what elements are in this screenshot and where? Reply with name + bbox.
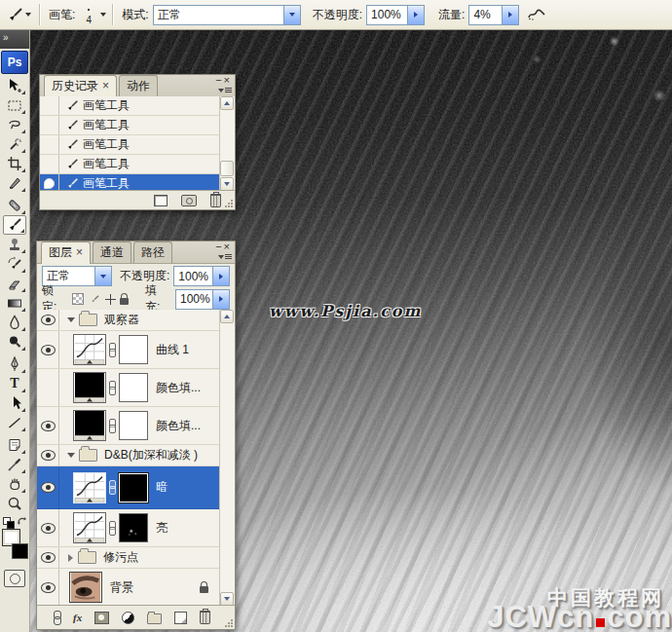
layer-bright[interactable]: 亮 bbox=[37, 509, 220, 547]
resize-grip[interactable] bbox=[225, 619, 234, 628]
layer-colorfill[interactable]: 颜色填... bbox=[37, 407, 220, 445]
minimize-icon[interactable]: − bbox=[215, 74, 223, 86]
background-color-swatch[interactable] bbox=[12, 543, 28, 559]
tab-actions[interactable]: 动作 bbox=[119, 75, 158, 96]
magic-wand-tool[interactable] bbox=[3, 134, 26, 154]
visibility-toggle[interactable] bbox=[37, 466, 59, 508]
expand-triangle-icon[interactable] bbox=[67, 317, 75, 322]
clone-stamp-tool[interactable] bbox=[3, 235, 26, 254]
flow-slider-button[interactable] bbox=[502, 6, 518, 24]
collapse-triangle-icon[interactable] bbox=[68, 554, 73, 562]
rectangular-marquee-tool[interactable] bbox=[3, 95, 26, 115]
brush-preset-picker[interactable]: 4 bbox=[79, 3, 98, 26]
layer-mask-thumbnail[interactable] bbox=[119, 411, 148, 440]
layer-style-icon[interactable]: fx bbox=[73, 612, 82, 623]
scroll-thumb[interactable] bbox=[220, 161, 234, 176]
layer-curves1[interactable]: 曲线 1 bbox=[37, 331, 220, 369]
tab-history[interactable]: 历史记录× bbox=[44, 75, 117, 97]
visibility-toggle[interactable] bbox=[37, 569, 59, 606]
curves-thumbnail[interactable] bbox=[73, 334, 106, 365]
scroll-up-button[interactable] bbox=[220, 310, 234, 323]
lasso-tool[interactable] bbox=[3, 115, 26, 134]
layer-mask-thumbnail[interactable] bbox=[119, 335, 148, 364]
line-tool[interactable] bbox=[3, 413, 26, 432]
layer-group-retouch[interactable]: 修污点 bbox=[37, 547, 220, 569]
new-adjustment-layer-icon[interactable] bbox=[122, 612, 134, 624]
new-snapshot-icon[interactable] bbox=[181, 195, 197, 206]
history-brush-tool[interactable] bbox=[3, 254, 26, 274]
fill-thumbnail[interactable] bbox=[73, 372, 106, 403]
toolbox-grip[interactable]: » bbox=[0, 29, 29, 49]
background-thumbnail[interactable] bbox=[69, 572, 102, 603]
new-group-icon[interactable] bbox=[147, 613, 162, 624]
minimize-icon[interactable]: − bbox=[215, 241, 223, 252]
type-tool[interactable]: T bbox=[3, 374, 26, 393]
opacity-slider-button[interactable] bbox=[407, 6, 424, 24]
history-source-box[interactable] bbox=[40, 174, 59, 191]
tab-layers[interactable]: 图层× bbox=[41, 242, 91, 264]
dropdown-arrow-button[interactable] bbox=[94, 267, 111, 285]
history-source-box[interactable] bbox=[40, 96, 59, 115]
brush-tool[interactable] bbox=[3, 215, 26, 235]
history-source-box[interactable] bbox=[40, 135, 59, 154]
expand-triangle-icon[interactable] bbox=[67, 453, 75, 458]
zoom-tool[interactable] bbox=[3, 494, 26, 513]
active-tool-button[interactable] bbox=[4, 3, 33, 26]
delete-state-icon[interactable] bbox=[210, 194, 221, 207]
visibility-toggle[interactable] bbox=[37, 407, 59, 444]
new-document-from-state-icon[interactable] bbox=[154, 195, 168, 206]
healing-brush-tool[interactable] bbox=[3, 196, 26, 215]
layer-colorfill-hidden[interactable]: 颜色填... bbox=[37, 369, 220, 407]
fill-slider-button[interactable] bbox=[212, 290, 229, 309]
tab-channels[interactable]: 通道 bbox=[93, 242, 131, 263]
visibility-toggle[interactable] bbox=[37, 445, 59, 465]
history-scrollbar[interactable] bbox=[219, 96, 235, 191]
delete-layer-icon[interactable] bbox=[200, 611, 210, 624]
curves-thumbnail[interactable] bbox=[73, 512, 106, 543]
eraser-tool[interactable] bbox=[3, 274, 26, 293]
layer-opacity-input[interactable]: 100% bbox=[173, 266, 230, 286]
tab-close-icon[interactable]: × bbox=[76, 245, 83, 259]
layer-mask-thumbnail[interactable] bbox=[119, 513, 148, 542]
history-state[interactable]: 画笔工具 bbox=[40, 135, 220, 155]
visibility-toggle[interactable] bbox=[37, 547, 59, 568]
close-icon[interactable]: × bbox=[224, 74, 232, 86]
layer-mask-thumbnail[interactable] bbox=[119, 373, 148, 402]
new-layer-icon[interactable] bbox=[174, 612, 187, 624]
visibility-toggle[interactable] bbox=[37, 310, 59, 330]
layer-group-observer[interactable]: 观察器 bbox=[37, 310, 220, 331]
visibility-toggle[interactable] bbox=[37, 369, 59, 406]
gradient-tool[interactable] bbox=[3, 293, 26, 313]
visibility-toggle[interactable] bbox=[37, 509, 59, 546]
notes-tool[interactable] bbox=[3, 435, 26, 455]
swap-colors-icon[interactable] bbox=[17, 516, 27, 526]
blend-mode-dropdown[interactable]: 正常 bbox=[153, 5, 301, 25]
layer-background[interactable]: 背景 bbox=[37, 569, 220, 606]
pen-tool[interactable] bbox=[3, 354, 26, 374]
lock-paint-icon[interactable] bbox=[89, 293, 100, 306]
opacity-input[interactable]: 100% bbox=[366, 5, 425, 25]
panel-menu-icon[interactable] bbox=[218, 252, 232, 262]
link-layers-icon[interactable] bbox=[53, 611, 60, 624]
lock-position-icon[interactable] bbox=[105, 294, 115, 305]
layer-fill-input[interactable]: 100% bbox=[175, 289, 230, 310]
history-state-selected[interactable]: 画笔工具 bbox=[40, 174, 220, 191]
blur-tool[interactable] bbox=[3, 313, 26, 332]
slice-tool[interactable] bbox=[3, 173, 26, 193]
scroll-up-button[interactable] bbox=[220, 96, 234, 110]
history-source-box[interactable] bbox=[40, 155, 59, 173]
airbrush-toggle[interactable] bbox=[527, 6, 546, 24]
dodge-tool[interactable] bbox=[3, 332, 26, 352]
close-icon[interactable]: × bbox=[224, 241, 232, 252]
history-source-box[interactable] bbox=[40, 116, 59, 134]
tab-paths[interactable]: 路径 bbox=[133, 242, 172, 263]
chevron-down-icon[interactable] bbox=[100, 13, 106, 17]
tab-close-icon[interactable]: × bbox=[102, 79, 109, 93]
flow-input[interactable]: 4% bbox=[468, 5, 519, 25]
resize-grip[interactable] bbox=[225, 200, 234, 208]
add-layer-mask-icon[interactable] bbox=[94, 612, 109, 624]
history-state[interactable]: 画笔工具 bbox=[40, 116, 220, 135]
layer-group-dnb[interactable]: D&B(加深和减淡 ) bbox=[37, 445, 220, 466]
visibility-toggle[interactable] bbox=[37, 331, 59, 368]
lock-transparency-icon[interactable] bbox=[72, 293, 84, 305]
